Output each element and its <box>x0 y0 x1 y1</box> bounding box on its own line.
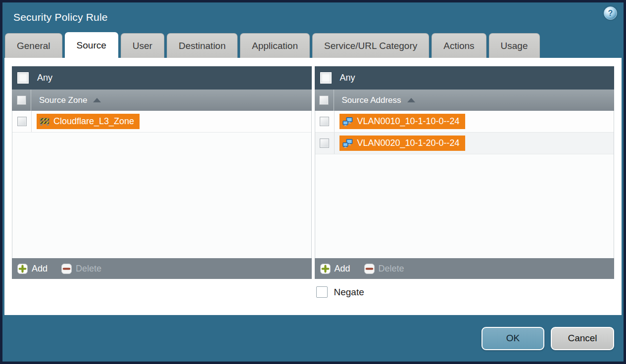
source-zone-header-checkbox-cell <box>12 90 31 111</box>
row-checkbox-cell <box>12 111 32 132</box>
dialog-footer: OK Cancel <box>2 315 624 362</box>
dialog-titlebar: Security Policy Rule ? <box>2 2 624 32</box>
row-checkbox-cell <box>315 133 335 154</box>
dialog-title: Security Policy Rule <box>13 11 108 23</box>
source-address-panel: Any Source Address <box>315 66 615 279</box>
table-row[interactable]: Cloudflare_L3_Zone <box>12 111 311 133</box>
address-icon <box>342 139 353 148</box>
negate-row: Negate <box>12 286 614 298</box>
help-glyph: ? <box>608 9 613 18</box>
delete-button-label: Delete <box>379 264 404 274</box>
source-zone-any-checkbox[interactable] <box>17 72 29 84</box>
source-zone-select-all-checkbox[interactable] <box>17 95 26 105</box>
cancel-button[interactable]: Cancel <box>551 327 614 350</box>
source-address-any-checkbox[interactable] <box>320 72 332 84</box>
negate-control: Negate <box>315 286 615 298</box>
security-policy-rule-dialog: Security Policy Rule ? General Source Us… <box>0 0 626 364</box>
add-button[interactable]: Add <box>17 264 48 274</box>
row-checkbox[interactable] <box>320 117 329 126</box>
delete-button[interactable]: Delete <box>61 264 101 274</box>
negate-spacer <box>12 286 312 298</box>
ok-button[interactable]: OK <box>482 327 544 350</box>
delete-button-label: Delete <box>76 264 101 274</box>
tab-bar: General Source User Destination Applicat… <box>2 32 624 58</box>
negate-label: Negate <box>334 287 364 298</box>
source-zone-any-row: Any <box>12 66 312 90</box>
source-address-select-all-checkbox[interactable] <box>319 95 329 105</box>
add-plus-icon <box>17 264 28 274</box>
source-address-column-header[interactable]: Source Address <box>342 95 401 105</box>
zone-tag-label: Cloudflare_L3_Zone <box>53 116 134 127</box>
tab-application[interactable]: Application <box>240 33 310 58</box>
tab-general[interactable]: General <box>5 33 62 58</box>
address-tag-label: VLAN0010_10-1-10-0--24 <box>357 116 460 127</box>
source-tab-content: Any Source Zone <box>4 58 622 315</box>
source-address-any-label: Any <box>340 73 355 83</box>
add-button[interactable]: Add <box>320 264 350 274</box>
add-button-label: Add <box>32 264 48 274</box>
delete-minus-icon <box>61 264 72 274</box>
source-address-list: VLAN0010_10-1-10-0--24 <box>315 111 615 258</box>
source-panels: Any Source Zone <box>12 66 614 279</box>
row-checkbox[interactable] <box>17 117 27 126</box>
source-zone-column-header[interactable]: Source Zone <box>39 95 87 105</box>
address-tag-label: VLAN0020_10-1-20-0--24 <box>357 138 460 148</box>
tab-service-url-category[interactable]: Service/URL Category <box>312 33 429 58</box>
tab-actions[interactable]: Actions <box>432 33 486 58</box>
table-row[interactable]: VLAN0010_10-1-10-0--24 <box>315 111 614 133</box>
sort-ascending-icon <box>93 98 101 102</box>
tab-user[interactable]: User <box>121 33 164 58</box>
source-zone-toolbar: Add Delete <box>12 258 312 279</box>
source-address-header-checkbox-cell <box>315 90 334 111</box>
negate-checkbox[interactable] <box>316 286 328 298</box>
source-zone-any-label: Any <box>37 73 52 83</box>
zone-tag[interactable]: Cloudflare_L3_Zone <box>37 114 140 129</box>
add-plus-icon <box>320 264 331 274</box>
address-tag[interactable]: VLAN0020_10-1-20-0--24 <box>339 136 465 151</box>
row-checkbox[interactable] <box>320 138 329 148</box>
row-checkbox-cell <box>315 111 335 132</box>
tab-destination[interactable]: Destination <box>167 33 238 58</box>
zone-icon <box>40 117 49 126</box>
help-icon[interactable]: ? <box>604 6 617 20</box>
tab-source[interactable]: Source <box>65 32 118 58</box>
source-address-column-header-row: Source Address <box>315 90 615 111</box>
source-zone-column-header-row: Source Zone <box>12 90 312 111</box>
source-address-toolbar: Add Delete <box>315 258 615 279</box>
address-icon <box>342 117 353 126</box>
table-row[interactable]: VLAN0020_10-1-20-0--24 <box>315 133 614 154</box>
sort-ascending-icon <box>407 98 415 102</box>
source-address-any-row: Any <box>315 66 615 90</box>
address-tag[interactable]: VLAN0010_10-1-10-0--24 <box>339 114 465 129</box>
add-button-label: Add <box>335 264 350 274</box>
delete-button[interactable]: Delete <box>364 264 404 274</box>
delete-minus-icon <box>364 264 375 274</box>
source-zone-list: Cloudflare_L3_Zone <box>12 111 312 258</box>
source-zone-panel: Any Source Zone <box>12 66 312 279</box>
tab-usage[interactable]: Usage <box>489 33 540 58</box>
